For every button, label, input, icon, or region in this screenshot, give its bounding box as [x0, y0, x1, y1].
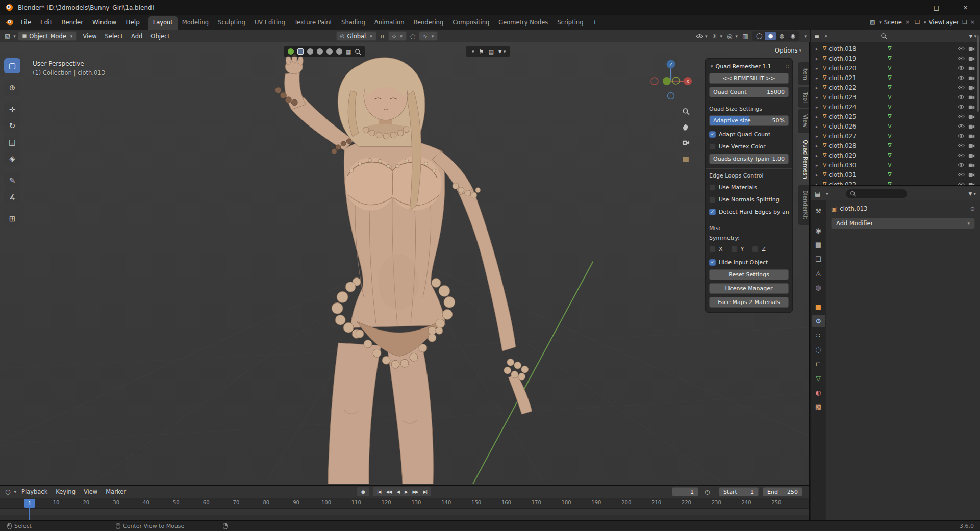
workspace-tab[interactable]: Shading — [337, 16, 370, 30]
outliner-row[interactable]: ▸ ∇ cloth.027 ∇ — [811, 131, 980, 141]
reset-settings-button[interactable]: Reset Settings — [709, 269, 789, 280]
outliner-row[interactable]: ▸ ∇ cloth.022 ∇ — [811, 83, 980, 92]
shading-ball-icon[interactable] — [326, 48, 333, 55]
shading-ball-icon[interactable] — [317, 48, 323, 55]
viewport-menu-item[interactable]: Object — [146, 33, 173, 40]
proportional-falloff-dropdown[interactable]: ∿ ▾ — [419, 31, 438, 41]
workspace-tab[interactable]: Geometry Nodes — [494, 16, 552, 30]
jump-to-start[interactable]: |◀ — [374, 489, 383, 494]
filter-dropdown[interactable]: ▼ ▾ — [498, 49, 506, 54]
outliner-row[interactable]: ▸ ∇ cloth.028 ∇ — [811, 141, 980, 150]
disable-render-camera-icon[interactable] — [968, 182, 975, 186]
jump-to-end[interactable]: ▶| — [421, 489, 430, 494]
disable-render-camera-icon[interactable] — [968, 134, 975, 139]
checkbox-detect-hard-edges[interactable]: ✓ Detect Hard Edges by an... — [709, 207, 789, 217]
hide-eye-icon[interactable] — [958, 124, 965, 129]
tool-transform[interactable]: ◈ — [4, 151, 20, 166]
properties-search-field[interactable] — [846, 189, 907, 198]
zoom-button[interactable] — [680, 106, 691, 117]
prev-frame[interactable]: ◀ — [394, 489, 402, 494]
disclosure-icon[interactable]: ▸ — [816, 46, 821, 52]
tab-particles[interactable]: ∷ — [812, 329, 825, 342]
outliner-row[interactable]: ▸ ∇ cloth.019 ∇ — [811, 54, 980, 63]
workspace-tab[interactable]: UV Editing — [250, 16, 290, 30]
hide-eye-icon[interactable] — [958, 105, 965, 109]
properties-editor-icon[interactable]: ▤ — [815, 190, 820, 197]
tool-scale[interactable]: ◱ — [4, 135, 20, 150]
workspace-tab[interactable]: Compositing — [448, 16, 494, 30]
timeline-menu-item[interactable]: Playback — [17, 488, 52, 495]
viewport-menu-item[interactable]: View — [79, 33, 100, 40]
gizmo-toggle[interactable]: ✳ ▾ — [711, 33, 723, 40]
disable-render-camera-icon[interactable] — [968, 95, 975, 100]
disclosure-icon[interactable]: ▸ — [816, 105, 821, 110]
hide-eye-icon[interactable] — [958, 143, 965, 148]
maximize-button[interactable]: □ — [922, 0, 951, 15]
disable-render-camera-icon[interactable] — [968, 114, 975, 119]
outliner-row[interactable]: ▸ ∇ cloth.029 ∇ — [811, 150, 980, 160]
outliner-row[interactable]: ▸ ∇ cloth.032 ∇ — [811, 180, 980, 185]
tab-physics[interactable]: ◌ — [812, 343, 825, 356]
disable-render-camera-icon[interactable] — [968, 85, 975, 90]
outliner-row[interactable]: ▸ ∇ cloth.018 ∇ — [811, 44, 980, 54]
checkbox-symmetry-x[interactable]: X — [709, 244, 723, 254]
visibility-dropdown[interactable]: ▾ — [696, 34, 708, 39]
quad-count-field[interactable]: Quad Count 15000 — [709, 87, 789, 97]
panel-header[interactable]: ▾ Quad Remesher 1.1 ∷ — [709, 62, 789, 71]
tab-material[interactable]: ◐ — [812, 386, 825, 399]
search-icon[interactable] — [355, 48, 361, 55]
sidebar-tab[interactable]: Tool — [798, 87, 809, 108]
play[interactable]: ▶ — [402, 489, 410, 494]
toggle-ortho-button[interactable]: ▦ — [680, 153, 691, 164]
tool-cursor[interactable]: ⊕ — [4, 80, 20, 95]
disable-render-camera-icon[interactable] — [968, 46, 975, 52]
view-layer-selector[interactable]: ❏ ▾ ViewLayer ❏ × — [915, 19, 975, 26]
disclosure-icon[interactable]: ▸ — [816, 66, 821, 71]
tab-world[interactable]: ◍ — [812, 281, 825, 294]
tab-modifiers[interactable]: ⚙ — [812, 315, 825, 327]
copy-view-layer-icon[interactable]: ❏ — [962, 19, 967, 26]
close-button[interactable]: × — [951, 0, 980, 15]
outliner-row[interactable]: ▸ ∇ cloth.026 ∇ — [811, 121, 980, 131]
tab-output[interactable]: ▤ — [812, 238, 825, 251]
start-frame-field[interactable]: Start 1 — [719, 487, 759, 496]
face-maps-button[interactable]: Face Maps 2 Materials — [709, 297, 789, 308]
tool-move[interactable]: ✛ — [4, 102, 20, 117]
adaptive-size-slider[interactable]: Adaptive size 50% — [709, 115, 789, 126]
shading-material-preview[interactable]: ◍ — [776, 32, 787, 40]
hide-eye-icon[interactable] — [958, 114, 965, 119]
checkbox-use-normals[interactable]: Use Normals Splitting — [709, 194, 789, 205]
hide-eye-icon[interactable] — [958, 95, 965, 99]
proportional-editing-icon[interactable]: ◌ — [409, 33, 417, 40]
sidebar-tab[interactable]: Quad Remesh — [798, 135, 809, 184]
disable-render-camera-icon[interactable] — [968, 172, 975, 178]
timeline-tracks[interactable] — [0, 509, 809, 520]
disclosure-icon[interactable]: ▸ — [816, 134, 821, 139]
playhead[interactable]: 1 — [24, 499, 35, 508]
shading-rendered[interactable]: ◉ — [787, 32, 798, 40]
outliner-scrollbar[interactable] — [977, 35, 979, 112]
tab-render[interactable]: ◉ — [812, 224, 825, 237]
outliner-editor-icon[interactable]: ≡ — [814, 33, 819, 40]
hide-eye-icon[interactable] — [958, 153, 965, 158]
disclosure-icon[interactable]: ▸ — [816, 163, 821, 168]
timeline-menu-item[interactable]: View — [80, 488, 102, 495]
workspace-tab[interactable]: Rendering — [409, 16, 448, 30]
outliner-row[interactable]: ▸ ∇ cloth.031 ∇ — [811, 170, 980, 180]
disable-render-camera-icon[interactable] — [968, 163, 975, 168]
workspace-tab[interactable]: Texture Paint — [290, 16, 337, 30]
workspace-tab[interactable]: Sculpting — [213, 16, 250, 30]
tab-view-layer[interactable]: ❏ — [812, 252, 825, 265]
outliner-row[interactable]: ▸ ∇ cloth.021 ∇ — [811, 73, 980, 83]
viewport-3d[interactable]: ▢⊕✛↻◱◈✎∡⊞ User Perspective (1) Collectio… — [0, 42, 810, 485]
checkbox-hide-input[interactable]: ✓ Hide Input Object — [709, 257, 789, 267]
matcap-grid-icon[interactable]: ▦ — [346, 48, 351, 55]
disable-render-camera-icon[interactable] — [968, 56, 975, 61]
shading-ball-icon[interactable] — [307, 48, 313, 55]
hide-eye-icon[interactable] — [958, 163, 965, 167]
disable-render-camera-icon[interactable] — [968, 124, 975, 129]
tool-measure[interactable]: ∡ — [4, 189, 20, 205]
options-dropdown[interactable]: Options ▾ — [775, 47, 801, 54]
timeline-menu-item[interactable]: Marker — [102, 488, 130, 495]
tab-tool[interactable]: ⚒ — [812, 205, 825, 217]
